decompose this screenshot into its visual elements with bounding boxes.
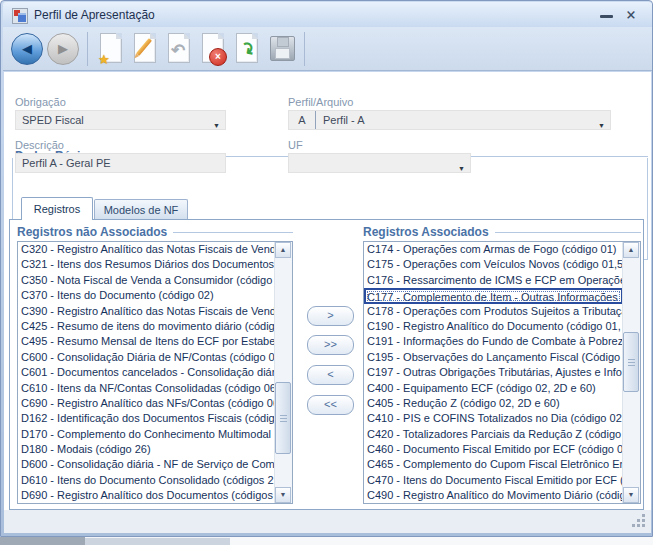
descricao-field[interactable]: Perfil A - Geral PE [15, 153, 226, 173]
titlebar[interactable]: Perfil de Apresentação × [3, 2, 652, 27]
list-item[interactable]: C174 - Operações com Armas de Fogo (códi… [364, 242, 623, 257]
nav-forward-button[interactable]: ▶ [47, 33, 79, 65]
list-item[interactable]: C495 - Resumo Mensal de Itens do ECF por… [18, 334, 275, 349]
list-item[interactable]: C178 - Operações com Produtos Sujeitos a… [364, 304, 623, 319]
list-item[interactable]: C420 - Totalizadores Parciais da Redução… [364, 427, 623, 442]
new-record-button[interactable]: ★ [97, 32, 125, 66]
back-arrow-icon: ◀ [22, 41, 32, 56]
list-item[interactable]: C465 - Complemento do Cupom Fiscal Eletr… [364, 457, 623, 472]
list-item[interactable]: C350 - Nota Fiscal de Venda a Consumidor… [18, 273, 275, 288]
scroll-up-button[interactable]: ▲ [623, 242, 639, 258]
uf-label: UF [288, 139, 303, 151]
list-item[interactable]: D690 - Registro Analítico dos Documentos… [18, 488, 275, 503]
list-item-selected[interactable]: C177 - Complemento de Item - Outras Info… [364, 288, 623, 303]
toolbar: ◀ ▶ ★ ↶ × ↷ [3, 27, 652, 71]
tab-registros[interactable]: Registros [21, 197, 93, 220]
left-scrollbar[interactable]: ▲ ▼ [274, 242, 292, 503]
list-item[interactable]: D610 - Itens do Documento Consolidado (c… [18, 473, 275, 488]
undo-button[interactable]: ↶ [165, 32, 193, 66]
scroll-down-button[interactable]: ▼ [623, 487, 639, 503]
list-item[interactable]: C321 - Itens dos Resumos Diários dos Doc… [18, 257, 275, 272]
registros-nao-associados-listbox[interactable]: C320 - Registro Analítico das Notas Fisc… [17, 241, 293, 504]
move-all-right-button[interactable]: >> [307, 335, 354, 355]
list-item[interactable]: C600 - Consolidação Diária de NF/Contas … [18, 350, 275, 365]
list-item[interactable]: C400 - Equipamento ECF (código 02, 2D e … [364, 381, 623, 396]
toolbar-separator [87, 32, 88, 66]
list-item[interactable]: C425 - Resumo de itens do movimento diár… [18, 319, 275, 334]
list-item[interactable]: D162 - Identificação dos Documentos Fisc… [18, 411, 275, 426]
list-item[interactable]: C190 - Registro Analítico do Documento (… [364, 319, 623, 334]
save-button[interactable] [267, 32, 295, 66]
chevron-down-icon: ▼ [213, 117, 220, 130]
scroll-up-button[interactable]: ▲ [275, 242, 291, 258]
floppy-disk-icon [270, 36, 295, 61]
form-icon [12, 8, 28, 24]
list-items: C320 - Registro Analítico das Notas Fisc… [18, 242, 275, 503]
caption-line [173, 232, 293, 233]
undo-arrow-icon: ↶ [171, 40, 185, 61]
list-item[interactable]: D170 - Complemento do Conhecimento Multi… [18, 427, 275, 442]
scrollbar-thumb[interactable] [623, 332, 639, 392]
left-list-caption: Registros não Associados [17, 225, 293, 239]
resize-grip[interactable] [633, 515, 645, 527]
chevron-down-icon: ▼ [598, 117, 605, 130]
list-item[interactable]: C690 - Registro Analítico das NFs/Contas… [18, 396, 275, 411]
list-item[interactable]: C470 - Itens do Documento Fiscal Emitido… [364, 473, 623, 488]
left-list-caption-text: Registros não Associados [17, 225, 167, 239]
tab-modelos-de-nf[interactable]: Modelos de NF [94, 199, 188, 220]
list-item[interactable]: C195 - Observações do Lançamento Fiscal … [364, 350, 623, 365]
list-item[interactable]: C460 - Documento Fiscal Emitido por ECF … [364, 442, 623, 457]
list-item[interactable]: C370 - Itens do Documento (código 02) [18, 288, 275, 303]
list-items: C174 - Operações com Armas de Fogo (códi… [364, 242, 623, 503]
list-item[interactable]: D180 - Modais (código 26) [18, 442, 275, 457]
perfil-arquivo-label: Perfil/Arquivo [288, 96, 353, 108]
move-left-button[interactable]: < [307, 365, 354, 385]
list-item[interactable]: C197 - Outras Obrigações Tributárias, Aj… [364, 365, 623, 380]
status-strip [4, 510, 651, 533]
descricao-value: Perfil A - Geral PE [22, 157, 111, 169]
obrigacao-label: Obrigação [15, 96, 66, 108]
chevron-down-icon: ▼ [458, 160, 465, 173]
list-item[interactable]: C601 - Documentos cancelados - Consolida… [18, 365, 275, 380]
perfil-value: Perfil - A [323, 114, 365, 126]
list-item[interactable]: C610 - Itens da NF/Contas Consolidadas (… [18, 381, 275, 396]
star-icon: ★ [98, 52, 110, 67]
background-strip [0, 537, 85, 545]
scroll-down-button[interactable]: ▼ [275, 487, 291, 503]
toolbar-separator [304, 32, 305, 66]
list-item[interactable]: C320 - Registro Analítico das Notas Fisc… [18, 242, 275, 257]
right-scrollbar[interactable]: ▲ ▼ [622, 242, 640, 503]
move-all-left-button[interactable]: << [307, 395, 354, 415]
registros-associados-listbox[interactable]: C174 - Operações com Armas de Fogo (códi… [363, 241, 641, 504]
list-item[interactable]: C490 - Registro Analítico do Movimento D… [364, 488, 623, 503]
right-list-caption-text: Registros Associados [363, 225, 489, 239]
edit-record-button[interactable] [131, 32, 159, 66]
minimize-button[interactable] [599, 10, 615, 22]
confirm-button[interactable]: ↷ [233, 32, 261, 66]
delete-x-icon: × [209, 48, 227, 66]
perfil-arquivo-combobox[interactable]: A Perfil - A ▼ [288, 110, 611, 130]
obrigacao-value: SPED Fiscal [22, 114, 84, 126]
nav-back-button[interactable]: ◀ [11, 33, 43, 65]
delete-record-button[interactable]: × [199, 32, 227, 66]
list-item[interactable]: C175 - Operações com Veículos Novos (cód… [364, 257, 623, 272]
background-strip [230, 537, 653, 545]
background-strip [85, 537, 230, 545]
list-item[interactable]: C390 - Registro Analítico das Notas Fisc… [18, 304, 275, 319]
app-window: Perfil de Apresentação × ◀ ▶ ★ ↶ × ↷ [0, 0, 653, 537]
list-item[interactable]: C176 - Ressarcimento de ICMS e FCP em Op… [364, 273, 623, 288]
window-title: Perfil de Apresentação [34, 8, 155, 22]
list-item[interactable]: C191 - Informações do Fundo de Combate à… [364, 334, 623, 349]
move-right-button[interactable]: > [307, 306, 354, 326]
uf-combobox[interactable]: ▼ [288, 153, 471, 173]
right-list-caption: Registros Associados [363, 225, 641, 239]
descricao-label: Descrição [15, 139, 64, 151]
forward-arrow-icon: ▶ [58, 41, 68, 56]
obrigacao-combobox[interactable]: SPED Fiscal ▼ [15, 110, 226, 130]
scrollbar-thumb[interactable] [275, 382, 291, 454]
perfil-code: A [289, 111, 316, 129]
list-item[interactable]: C410 - PIS e COFINS Totalizados no Dia (… [364, 411, 623, 426]
list-item[interactable]: C405 - Redução Z (código 02, 2D e 60) [364, 396, 623, 411]
list-item[interactable]: D600 - Consolidação diária - NF de Servi… [18, 457, 275, 472]
close-button[interactable]: × [623, 7, 639, 23]
